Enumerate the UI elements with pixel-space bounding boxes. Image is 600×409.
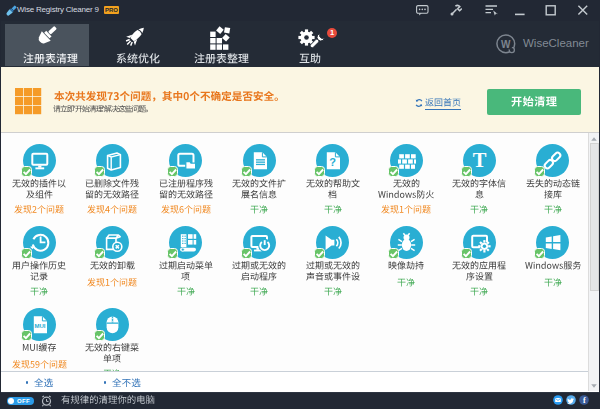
svg-text:W: W [501, 38, 511, 49]
svg-text:T: T [473, 149, 487, 171]
svg-text:?: ? [329, 155, 336, 167]
svg-text:f: f [583, 396, 586, 405]
svg-text:MUI: MUI [34, 322, 45, 328]
